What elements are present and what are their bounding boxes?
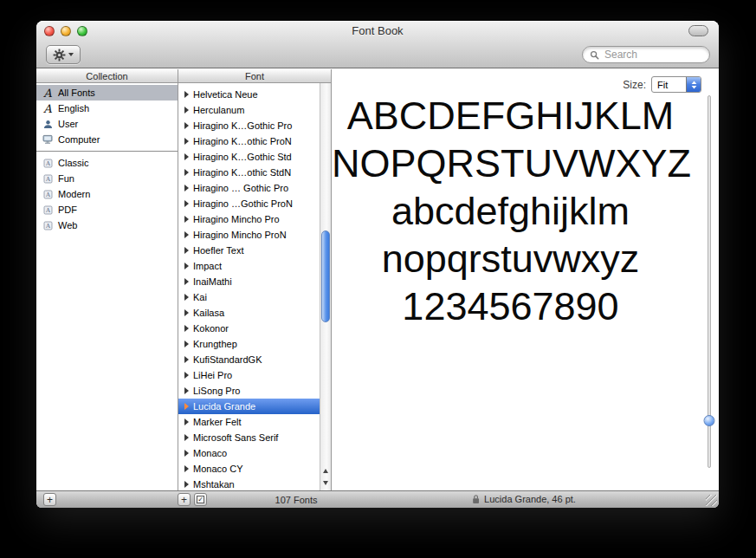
font-item-kai[interactable]: Kai <box>178 289 320 305</box>
disclosure-triangle-icon[interactable] <box>184 231 189 238</box>
close-button[interactable] <box>44 26 55 36</box>
add-font-button[interactable]: + <box>178 493 191 506</box>
font-item-monaco-cy[interactable]: Monaco CY <box>178 461 320 477</box>
font-item-lihei-pro[interactable]: LiHei Pro <box>178 367 320 383</box>
disclosure-triangle-icon[interactable] <box>184 91 189 98</box>
disclosure-triangle-icon[interactable] <box>184 418 189 425</box>
font-list-scrollbar[interactable] <box>320 83 332 490</box>
preview-line: NOPQRSTUVWXYZ <box>332 140 689 187</box>
sidebar-item-web[interactable]: AWeb <box>36 217 178 233</box>
slider-track <box>708 95 711 468</box>
font-item-monaco[interactable]: Monaco <box>178 445 320 461</box>
font-item-kailasa[interactable]: Kailasa <box>178 305 320 321</box>
disclosure-triangle-icon[interactable] <box>184 122 189 129</box>
font-item-kufistandardgk[interactable]: KufiStandardGK <box>178 352 320 367</box>
disclosure-triangle-icon[interactable] <box>184 434 189 441</box>
font-item-kokonor[interactable]: Kokonor <box>178 321 320 336</box>
disclosure-triangle-icon[interactable] <box>184 387 189 394</box>
font-item-lisong-pro[interactable]: LiSong Pro <box>178 383 320 399</box>
svg-text:A: A <box>45 160 51 167</box>
font-item-microsoft-sans-serif[interactable]: Microsoft Sans Serif <box>178 430 320 445</box>
disclosure-triangle-icon[interactable] <box>184 138 189 145</box>
minimize-button[interactable] <box>61 26 71 36</box>
search-input[interactable] <box>603 48 702 62</box>
zoom-button[interactable] <box>77 26 87 36</box>
preview-line: 1234567890 <box>332 282 689 330</box>
disclosure-triangle-icon[interactable] <box>184 153 189 160</box>
scroll-down-button[interactable] <box>320 477 331 490</box>
sidebar-item-pdf[interactable]: APDF <box>36 202 178 217</box>
font-item-hiragino-mincho-pro[interactable]: Hiragino Mincho Pro <box>178 211 320 227</box>
collection-column-header[interactable]: Collection <box>36 69 178 83</box>
font-item-hiragino-k-othic-pron[interactable]: Hiragino K…othic ProN <box>178 133 320 149</box>
disclosure-triangle-icon[interactable] <box>184 169 189 176</box>
scroll-up-button[interactable] <box>320 464 331 477</box>
disclosure-triangle-icon[interactable] <box>184 325 189 332</box>
add-collection-button[interactable]: + <box>43 493 56 506</box>
svg-text:A: A <box>45 207 51 214</box>
disclosure-triangle-icon[interactable] <box>184 216 189 223</box>
disclosure-triangle-icon[interactable] <box>184 341 189 347</box>
sidebar-item-label: PDF <box>58 204 77 215</box>
disclosure-triangle-icon[interactable] <box>184 185 189 191</box>
disclosure-triangle-icon[interactable] <box>184 247 189 254</box>
size-popup[interactable]: Fit <box>651 76 701 93</box>
search-field[interactable] <box>582 46 710 63</box>
arrow-down-icon <box>323 481 328 485</box>
sidebar-item-fun[interactable]: AFun <box>36 171 178 186</box>
disclosure-triangle-icon[interactable] <box>184 263 189 269</box>
font-item-hiragino-k-othic-stdn[interactable]: Hiragino K…othic StdN <box>178 165 320 180</box>
font-item-label: Kailasa <box>193 308 224 318</box>
disable-font-button[interactable]: ✓ <box>194 493 207 506</box>
size-popup-value: Fit <box>652 77 686 92</box>
fonts-icon: A <box>42 88 54 99</box>
font-item-label: Monaco CY <box>193 464 242 474</box>
font-item-krungthep[interactable]: Krungthep <box>178 336 320 352</box>
toolbar-toggle-button[interactable] <box>688 25 708 36</box>
scrollbar-thumb[interactable] <box>321 230 330 322</box>
disclosure-triangle-icon[interactable] <box>184 107 189 114</box>
disclosure-triangle-icon[interactable] <box>184 294 189 301</box>
font-item-lucida-grande[interactable]: Lucida Grande <box>178 399 320 414</box>
font-item-herculanum[interactable]: Herculanum <box>178 102 320 118</box>
size-control: Size: Fit <box>623 76 701 93</box>
font-item-marker-felt[interactable]: Marker Felt <box>178 414 320 430</box>
font-item-hoefler-text[interactable]: Hoefler Text <box>178 243 320 258</box>
font-item-helvetica-neue[interactable]: Helvetica Neue <box>178 87 320 102</box>
font-item-hiragino-gothic-pron[interactable]: Hiragino …Gothic ProN <box>178 196 320 211</box>
font-item-label: Helvetica Neue <box>193 89 258 100</box>
disclosure-triangle-icon[interactable] <box>184 309 189 316</box>
disclosure-triangle-icon[interactable] <box>184 200 189 207</box>
sidebar-item-classic[interactable]: AClassic <box>36 155 178 171</box>
disclosure-triangle-icon[interactable] <box>184 465 189 472</box>
titlebar[interactable]: Font Book <box>36 21 719 41</box>
preview-size-slider[interactable] <box>702 95 715 468</box>
collection-separator <box>36 151 178 152</box>
sidebar-item-computer[interactable]: Computer <box>36 132 178 147</box>
font-item-hiragino-gothic-pro[interactable]: Hiragino … Gothic Pro <box>178 180 320 196</box>
resize-grip[interactable] <box>706 495 717 506</box>
font-item-impact[interactable]: Impact <box>178 258 320 274</box>
disclosure-triangle-icon[interactable] <box>184 356 189 363</box>
font-item-label: Monaco <box>193 448 227 458</box>
collection-icon: A <box>42 190 54 199</box>
disclosure-triangle-icon[interactable] <box>184 450 189 457</box>
font-item-mshtakan[interactable]: Mshtakan <box>178 477 320 490</box>
font-item-hiragino-mincho-pron[interactable]: Hiragino Mincho ProN <box>178 227 320 243</box>
font-item-inaimathi[interactable]: InaiMathi <box>178 274 320 289</box>
font-item-label: Hiragino K…othic ProN <box>193 136 292 146</box>
font-count: 107 Fonts <box>275 495 318 505</box>
sidebar-item-user[interactable]: User <box>36 116 178 132</box>
disclosure-triangle-icon[interactable] <box>184 481 189 488</box>
font-column-header[interactable]: Font <box>178 69 332 83</box>
font-item-hiragino-k-gothic-std[interactable]: Hiragino K…Gothic Std <box>178 149 320 165</box>
action-menu-button[interactable] <box>46 45 81 64</box>
disclosure-triangle-icon[interactable] <box>184 278 189 285</box>
sidebar-item-english[interactable]: AEnglish <box>36 101 178 116</box>
sidebar-item-modern[interactable]: AModern <box>36 186 178 202</box>
sidebar-item-all-fonts[interactable]: AAll Fonts <box>36 85 178 101</box>
slider-thumb[interactable] <box>703 415 714 426</box>
font-item-hiragino-k-gothic-pro[interactable]: Hiragino K…Gothic Pro <box>178 118 320 133</box>
disclosure-triangle-icon[interactable] <box>184 372 189 379</box>
disclosure-triangle-icon[interactable] <box>184 403 189 410</box>
